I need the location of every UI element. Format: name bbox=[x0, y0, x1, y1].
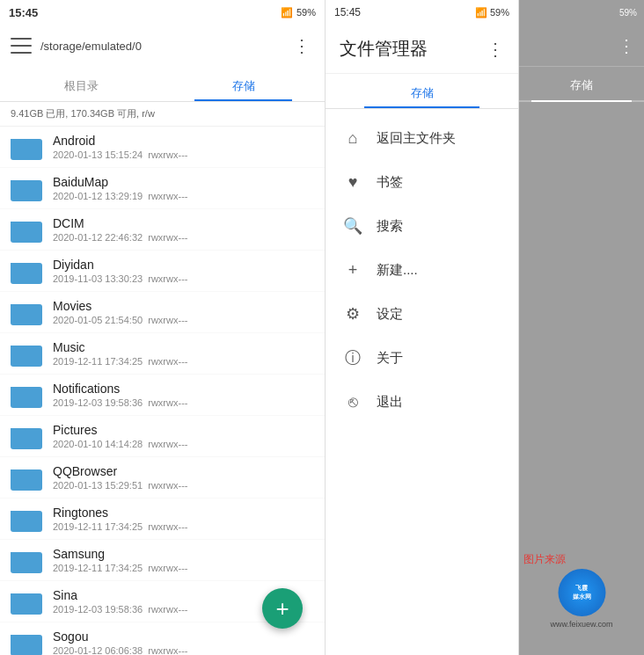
file-meta: 2019-12-11 17:34:25 rwxrwx--- bbox=[53, 356, 314, 367]
menu-item-search[interactable]: 🔍 搜索 bbox=[326, 204, 518, 248]
file-name: Android bbox=[53, 134, 314, 148]
list-item[interactable]: Ringtones 2019-12-11 17:34:25 rwxrwx--- bbox=[0, 499, 325, 540]
file-meta: 2020-01-10 14:14:28 rwxrwx--- bbox=[53, 439, 314, 449]
menu-label: 关于 bbox=[377, 350, 403, 367]
file-meta: 2020-01-13 15:29:51 rwxrwx--- bbox=[53, 480, 314, 491]
left-status-icons: 📶 59% bbox=[281, 7, 316, 18]
plus-icon: + bbox=[343, 260, 362, 280]
left-toolbar: /storage/emulated/0 ⋮ bbox=[0, 25, 325, 67]
current-path: /storage/emulated/0 bbox=[40, 40, 281, 53]
folder-icon bbox=[11, 464, 42, 491]
middle-battery-text: 59% bbox=[490, 7, 509, 18]
info-icon: ⓘ bbox=[343, 348, 362, 368]
menu-item-info[interactable]: ⓘ 关于 bbox=[326, 336, 518, 380]
watermark-inner-text: 飞霞媒水网 bbox=[573, 584, 591, 601]
left-battery-text: 59% bbox=[296, 7, 316, 18]
file-name: Notifications bbox=[53, 382, 314, 396]
middle-wifi-icon: 📶 bbox=[475, 7, 487, 18]
folder-icon bbox=[11, 258, 42, 284]
folder-icon bbox=[11, 134, 42, 160]
folder-icon bbox=[11, 382, 42, 408]
list-item[interactable]: Movies 2020-01-05 21:54:50 rwxrwx--- bbox=[0, 292, 325, 333]
menu-item-gear[interactable]: ⚙ 设定 bbox=[326, 292, 518, 336]
toolbar-more-button[interactable]: ⋮ bbox=[289, 35, 314, 56]
file-meta: 2019-12-03 19:58:36 rwxrwx--- bbox=[53, 397, 314, 408]
menu-item-heart[interactable]: ♥ 书签 bbox=[326, 160, 518, 204]
right-battery-text: 59% bbox=[619, 8, 637, 18]
middle-time: 15:45 bbox=[334, 6, 361, 18]
left-status-bar: 15:45 📶 59% bbox=[0, 0, 325, 25]
file-meta: 2020-01-13 15:15:24 rwxrwx--- bbox=[53, 149, 314, 160]
right-panel: 59% ⋮ 存储 图片来源 飞霞媒水网 www.feixuew.com bbox=[519, 0, 644, 655]
folder-icon bbox=[11, 299, 42, 325]
right-content: 图片来源 飞霞媒水网 www.feixuew.com bbox=[519, 102, 644, 655]
watermark-url: www.feixuew.com bbox=[550, 620, 612, 629]
menu-label: 书签 bbox=[377, 174, 403, 191]
list-item[interactable]: BaiduMap 2020-01-12 13:29:19 rwxrwx--- bbox=[0, 168, 325, 209]
right-tab-storage[interactable]: 存储 bbox=[519, 77, 644, 100]
file-name: DCIM bbox=[53, 216, 314, 230]
right-status-icons: 59% bbox=[619, 8, 637, 18]
middle-app-title: 文件管理器 bbox=[340, 37, 487, 61]
search-icon: 🔍 bbox=[343, 216, 362, 236]
menu-item-exit[interactable]: ⎋ 退出 bbox=[326, 380, 518, 424]
middle-status-bar: 15:45 📶 59% bbox=[326, 0, 518, 25]
left-panel: 15:45 📶 59% /storage/emulated/0 ⋮ 根目录 存储… bbox=[0, 0, 326, 655]
left-time: 15:45 bbox=[9, 6, 38, 19]
file-name: Music bbox=[53, 340, 314, 354]
list-item[interactable]: Pictures 2020-01-10 14:14:28 rwxrwx--- bbox=[0, 416, 325, 457]
home-icon: ⌂ bbox=[343, 128, 362, 148]
list-item[interactable]: Android 2020-01-13 15:15:24 rwxrwx--- bbox=[0, 127, 325, 168]
folder-icon bbox=[11, 630, 42, 655]
menu-label: 返回主文件夹 bbox=[377, 130, 456, 147]
right-more-button[interactable]: ⋮ bbox=[618, 35, 635, 56]
left-wifi-icon: 📶 bbox=[281, 7, 293, 18]
menu-item-home[interactable]: ⌂ 返回主文件夹 bbox=[326, 116, 518, 160]
right-tab-bar: 存储 bbox=[519, 67, 644, 102]
file-list[interactable]: Android 2020-01-13 15:15:24 rwxrwx--- Ba… bbox=[0, 127, 325, 655]
list-item[interactable]: Music 2019-12-11 17:34:25 rwxrwx--- bbox=[0, 333, 325, 375]
file-name: Samsung bbox=[53, 547, 314, 561]
gear-icon: ⚙ bbox=[343, 304, 362, 324]
file-name: BaiduMap bbox=[53, 175, 314, 189]
file-name: Ringtones bbox=[53, 506, 314, 520]
file-meta: 2019-12-11 17:34:25 rwxrwx--- bbox=[53, 563, 314, 573]
hamburger-menu-button[interactable] bbox=[11, 35, 32, 56]
file-meta: 2020-01-12 22:46:32 rwxrwx--- bbox=[53, 232, 314, 243]
list-item[interactable]: Diyidan 2019-11-03 13:30:23 rwxrwx--- bbox=[0, 251, 325, 292]
file-meta: 2019-11-03 13:30:23 rwxrwx--- bbox=[53, 273, 314, 284]
right-header: ⋮ bbox=[519, 25, 644, 67]
file-name: QQBrowser bbox=[53, 464, 314, 478]
middle-tab-storage[interactable]: 存储 bbox=[326, 85, 518, 108]
file-name: Diyidan bbox=[53, 258, 314, 272]
folder-icon bbox=[11, 423, 42, 449]
fab-button[interactable]: + bbox=[262, 588, 303, 629]
img-source-label: 图片来源 bbox=[523, 552, 566, 567]
middle-panel: 15:45 📶 59% 文件管理器 ⋮ 存储 ⌂ 返回主文件夹 ♥ 书签 🔍 搜… bbox=[326, 0, 519, 655]
middle-status-icons: 📶 59% bbox=[475, 7, 509, 18]
menu-item-plus[interactable]: + 新建.... bbox=[326, 248, 518, 292]
list-item[interactable]: QQBrowser 2020-01-13 15:29:51 rwxrwx--- bbox=[0, 457, 325, 499]
right-status-bar: 59% bbox=[519, 0, 644, 25]
exit-icon: ⎋ bbox=[343, 392, 362, 411]
storage-info: 9.41GB 已用, 170.34GB 可用, r/w bbox=[0, 102, 325, 127]
menu-label: 新建.... bbox=[377, 262, 418, 279]
list-item[interactable]: Notifications 2019-12-03 19:58:36 rwxrwx… bbox=[0, 375, 325, 416]
tab-root[interactable]: 根目录 bbox=[0, 78, 163, 101]
menu-label: 搜索 bbox=[377, 218, 403, 235]
list-item[interactable]: DCIM 2020-01-12 22:46:32 rwxrwx--- bbox=[0, 209, 325, 251]
folder-icon bbox=[11, 216, 42, 243]
watermark-circle: 飞霞媒水网 bbox=[558, 569, 605, 616]
file-name: Sogou bbox=[53, 630, 314, 644]
tab-storage[interactable]: 存储 bbox=[163, 78, 326, 101]
file-meta: 2019-12-11 17:34:25 rwxrwx--- bbox=[53, 521, 314, 532]
middle-header: 文件管理器 ⋮ bbox=[326, 25, 518, 74]
list-item[interactable]: Samsung 2019-12-11 17:34:25 rwxrwx--- bbox=[0, 540, 325, 581]
folder-icon bbox=[11, 175, 42, 201]
file-name: Movies bbox=[53, 299, 314, 313]
middle-more-button[interactable]: ⋮ bbox=[487, 39, 504, 60]
menu-label: 设定 bbox=[377, 306, 403, 323]
folder-icon bbox=[11, 547, 42, 573]
file-name: Pictures bbox=[53, 423, 314, 437]
heart-icon: ♥ bbox=[343, 172, 362, 192]
